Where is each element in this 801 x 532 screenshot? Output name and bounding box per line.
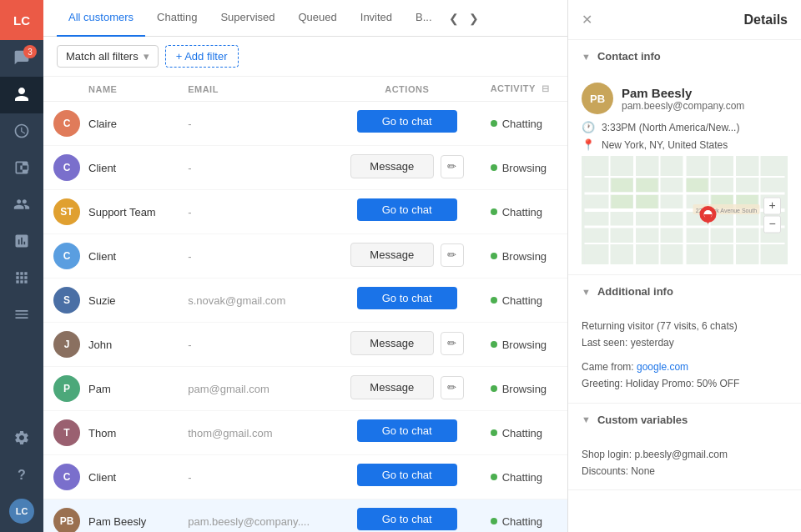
email-cell: - [178, 190, 334, 234]
activity-cell: Browsing [481, 367, 567, 411]
discounts-row: Discounts: None [582, 463, 788, 479]
activity-cell: Browsing [481, 234, 567, 279]
sidebar-item-team[interactable] [0, 187, 43, 223]
menu-icon [13, 306, 30, 325]
activity-cell: Chatting [481, 279, 567, 323]
contact-name: Pam Beesly [622, 86, 744, 100]
details-panel: ✕ Details ▼ Contact info PB Pam Beesly p… [567, 0, 801, 532]
details-header: ✕ Details [568, 0, 801, 40]
avatar: P [53, 375, 80, 402]
svg-text:−: − [768, 217, 775, 230]
go-to-chat-button[interactable]: Go to chat [357, 419, 457, 442]
tab-supervised[interactable]: Supervised [209, 0, 286, 37]
sidebar-item-help[interactable]: ? [0, 457, 43, 494]
close-details-button[interactable]: ✕ [582, 12, 592, 28]
tab-queued[interactable]: Queued [287, 0, 349, 37]
customer-name: Support Team [88, 206, 156, 218]
message-button[interactable]: Message [350, 243, 434, 267]
sidebar-bottom: ? LC [0, 420, 43, 532]
contact-email: pam.beesly@company.com [622, 100, 744, 112]
tab-prev-button[interactable]: ❮ [444, 8, 464, 28]
message-button[interactable]: Message [350, 375, 434, 399]
status-label: Chatting [502, 294, 542, 307]
map-svg: 228 Park Avenue South + − [582, 156, 788, 264]
sidebar-item-apps[interactable] [0, 260, 43, 297]
came-from-link[interactable]: google.com [637, 361, 688, 373]
table-row: J John - Message ✏ Browsing [43, 323, 567, 367]
tab-all-customers[interactable]: All customers [57, 0, 145, 37]
customer-name-cell: PB Pam Beesly [43, 499, 178, 533]
go-to-chat-button[interactable]: Go to chat [357, 464, 457, 486]
status-dot [491, 341, 497, 348]
email-cell: - [178, 234, 334, 279]
customer-name: Thom [88, 427, 116, 439]
customer-name-cell: P Pam [43, 367, 178, 411]
actions-cell: Go to chat [334, 455, 481, 494]
sidebar-item-menu[interactable] [0, 297, 43, 334]
match-filter-dropdown[interactable]: Match all filters ▾ [57, 45, 159, 68]
tab-next-button[interactable]: ❯ [464, 8, 484, 28]
sidebar-item-tickets[interactable] [0, 150, 43, 187]
user-avatar[interactable]: LC [9, 499, 34, 524]
avatar: PB [53, 508, 80, 532]
edit-icon: ✏ [447, 160, 456, 173]
contact-name-row: PB Pam Beesly pam.beesly@company.com [582, 83, 788, 114]
filter-icon[interactable]: ⊟ [542, 83, 550, 93]
tab-chatting[interactable]: Chatting [145, 0, 209, 37]
svg-rect-17 [612, 195, 633, 208]
status-dot [491, 253, 497, 259]
go-to-chat-button[interactable]: Go to chat [357, 198, 457, 221]
col-header-email: EMAIL [178, 77, 334, 102]
status-label: Chatting [502, 118, 542, 130]
contact-info-header[interactable]: ▼ Contact info [568, 40, 801, 73]
chevron-icon: ▼ [582, 414, 591, 424]
actions-cell: Message ✏ [334, 367, 481, 408]
go-to-chat-button[interactable]: Go to chat [357, 110, 457, 133]
edit-button[interactable]: ✏ [441, 376, 464, 399]
actions-cell: Go to chat [334, 190, 481, 229]
contact-avatar: PB [582, 83, 613, 114]
actions-cell: Go to chat [334, 499, 481, 532]
table-row: C Client - Message ✏ Browsing [43, 234, 567, 279]
status-dot [491, 120, 497, 127]
table-row: C Client - Message ✏ Browsing [43, 146, 567, 190]
go-to-chat-button[interactable]: Go to chat [357, 287, 457, 309]
sidebar-item-customers[interactable] [0, 77, 43, 113]
tab-more[interactable]: B... [404, 0, 444, 37]
custom-variables-body: Shop login: p.beesly@gmail.com Discounts… [568, 436, 801, 490]
map-container: 228 Park Avenue South + − [582, 156, 788, 264]
sidebar-item-settings[interactable] [0, 420, 43, 457]
message-button[interactable]: Message [350, 154, 434, 178]
customer-name: John [88, 339, 112, 351]
edit-button[interactable]: ✏ [441, 155, 464, 178]
edit-button[interactable]: ✏ [441, 243, 464, 267]
contact-info-body: PB Pam Beesly pam.beesly@company.com 🕐 3… [568, 73, 801, 274]
avatar: C [53, 243, 80, 269]
col-header-activity: ACTIVITY ⊟ [481, 77, 567, 102]
additional-info-header[interactable]: ▼ Additional info [568, 275, 801, 308]
custom-variables-header[interactable]: ▼ Custom variables [568, 404, 801, 436]
contact-time-row: 🕐 3:33PM (North America/New...) [582, 121, 788, 133]
customer-name-cell: C Client [43, 234, 178, 279]
edit-button[interactable]: ✏ [441, 332, 464, 355]
contact-initials: PB [590, 93, 605, 105]
activity-cell: Chatting [481, 102, 567, 146]
go-to-chat-button[interactable]: Go to chat [357, 508, 457, 530]
sidebar-item-chat[interactable]: 3 [0, 40, 43, 77]
svg-rect-16 [687, 178, 708, 192]
email-cell: - [178, 323, 334, 367]
add-filter-button[interactable]: + Add filter [165, 45, 239, 68]
additional-info-section: ▼ Additional info Returning visitor (77 … [568, 275, 801, 404]
sidebar-item-history[interactable] [0, 113, 43, 150]
customer-name-cell: S Suzie [43, 279, 178, 323]
edit-icon: ✏ [447, 248, 456, 261]
avatar: ST [53, 198, 80, 225]
additional-info-body: Returning visitor (77 visits, 6 chats) L… [568, 308, 801, 403]
discounts-value: None [631, 465, 655, 477]
shop-login-label: Shop login: [582, 449, 634, 460]
message-button[interactable]: Message [350, 331, 434, 355]
tab-invited[interactable]: Invited [349, 0, 404, 37]
avatar: C [53, 154, 80, 181]
sidebar-item-reports[interactable] [0, 223, 43, 260]
status-label: Browsing [502, 250, 547, 263]
